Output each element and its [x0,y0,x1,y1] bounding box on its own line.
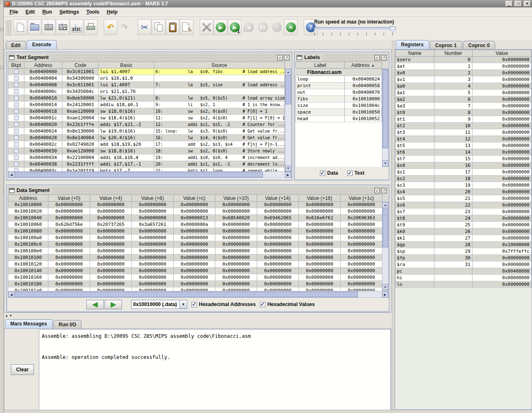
paste-button[interactable] [166,19,179,35]
run-button[interactable]: ▶ [214,19,227,35]
scroll-thumb[interactable] [285,76,291,104]
scroll-thumb[interactable] [382,70,388,148]
scroll-down-button[interactable]: ▼ [285,165,291,171]
horizontal-scrollbar[interactable]: ◀▶ [8,291,389,298]
breakpoint-checkbox[interactable] [14,69,19,74]
scroll-down-button[interactable]: ▼ [382,160,388,166]
vertical-splitter[interactable] [391,40,395,410]
tab-registers[interactable]: Registers [396,40,429,50]
label-row[interactable]: out0x00400070 [296,89,389,96]
hex-values-checkbox-box[interactable]: ✓ [260,302,265,307]
mars-app-icon [5,1,10,7]
hex-values-checkbox[interactable]: ✓Hexadecimal Values [260,301,315,307]
scroll-thumb[interactable] [15,172,263,178]
scroll-up-button[interactable]: ▲ [285,69,291,75]
frame-minimize-icon[interactable]: ↙ [375,55,380,60]
tab-execute[interactable]: Execute [27,40,57,50]
frame-minimize-icon[interactable]: ↙ [375,188,380,193]
tab-mars-messages[interactable]: Mars Messages [5,319,52,329]
previous-range-button[interactable]: ◀ [86,300,104,309]
restore-button[interactable]: ❐ [515,1,522,7]
menu-tools[interactable]: Tools [83,8,103,16]
scroll-right-button[interactable]: ▶ [285,172,291,178]
scroll-right-button[interactable]: ▶ [382,292,388,297]
tab-run-i-o[interactable]: Run I/O [53,320,82,329]
scroll-left-button[interactable]: ◀ [8,292,14,297]
hex-addresses-checkbox[interactable]: ✓Hexadecimal Addresses [191,301,256,307]
menu-edit[interactable]: Edit [22,8,38,16]
vertical-scrollbar[interactable]: ▲▼ [285,69,291,172]
breakpoint-checkbox[interactable] [14,162,19,166]
menu-file[interactable]: File [6,8,21,16]
breakpoint-checkbox[interactable] [14,122,19,127]
scroll-thumb[interactable] [382,208,388,247]
combo-dropdown-button[interactable]: ▼ [180,300,187,309]
minimize-button[interactable]: _ [506,1,513,7]
breakpoint-checkbox[interactable] [14,109,19,114]
reset-button[interactable]: « [284,19,298,35]
breakpoint-checkbox[interactable] [14,116,19,120]
horizontal-scrollbar[interactable]: ◀▶ [8,171,291,178]
filter-data-checkbox-box[interactable]: ✓ [320,171,325,176]
breakpoint-checkbox[interactable] [14,89,19,94]
next-range-button[interactable]: ▶ [105,300,122,309]
copy-button[interactable] [152,19,165,35]
dump-memory-button[interactable]: ↓0101 [70,19,83,35]
breakpoint-checkbox[interactable] [14,129,19,133]
print-button[interactable] [84,19,98,35]
close-button[interactable]: × [524,1,531,7]
breakpoint-checkbox[interactable] [14,102,19,107]
label-row[interactable]: loop0x00400024 [296,76,389,83]
file-group-row[interactable]: Fibonacci.asm [296,69,382,76]
label-row[interactable]: print0x00400058 [296,83,389,89]
scroll-thumb[interactable] [15,292,358,297]
frame-maximize-icon[interactable]: ↗ [284,55,289,60]
messages-text-area[interactable]: Assemble: assembling D:\2009S CSC 285\MI… [39,329,391,411]
step-button[interactable]: ▶1 [228,19,241,35]
label-row[interactable]: space0x10010050 [296,109,389,116]
label-row[interactable]: fibs0x10010000 [296,96,389,102]
breakpoint-checkbox[interactable] [14,149,19,153]
scroll-up-button[interactable]: ▲ [382,202,388,208]
save-button[interactable]: ↓ [42,19,55,35]
breakpoint-checkbox[interactable] [14,96,19,100]
horizontal-splitter[interactable]: ▲▼ [5,314,13,318]
menu-settings[interactable]: Settings [56,8,82,16]
vertical-scrollbar[interactable]: ▲▼ [382,202,389,291]
label-row[interactable]: head0x10010052 [296,116,389,122]
clear-button[interactable]: Clear [11,364,34,375]
frame-minimize-icon[interactable]: ↙ [277,55,283,60]
open-button[interactable] [28,19,41,35]
filter-data-checkbox[interactable]: ✓Data [320,170,338,176]
tab-coproc-0[interactable]: Coproc 0 [463,41,495,50]
assemble-button[interactable] [200,19,213,35]
frame-maximize-icon[interactable]: ↗ [381,188,386,193]
tab-edit[interactable]: Edit [6,41,26,50]
save-as-button[interactable]: ↓ [56,19,69,35]
hex-addresses-checkbox-box[interactable]: ✓ [191,302,197,307]
scroll-left-button[interactable]: ◀ [8,172,14,178]
breakpoint-checkbox[interactable] [14,135,19,140]
run-speed-slider-thumb[interactable] [390,26,396,33]
undo-button[interactable]: ↶ [104,19,117,35]
breakpoint-checkbox[interactable] [14,83,19,87]
toolbar-drag-handle[interactable] [6,20,12,36]
menu-help[interactable]: Help [103,8,121,16]
tab-coproc-1[interactable]: Coproc 1 [430,41,462,50]
filter-text-checkbox-box[interactable]: ✓ [347,171,353,176]
label-row[interactable]: size0x1001004c [296,102,389,109]
new-button[interactable] [14,19,27,35]
frame-maximize-icon[interactable]: ↗ [381,55,386,60]
breakpoint-checkbox[interactable] [14,155,19,160]
breakpoint-checkbox[interactable] [14,142,19,147]
find-replace-button[interactable]: ✎ [180,19,193,35]
breakpoint-checkbox[interactable] [14,76,19,81]
sort-ascending-icon[interactable]: ▲ [371,63,375,67]
menu-run[interactable]: Run [39,8,55,16]
run-speed-slider[interactable] [314,27,395,30]
filter-text-checkbox[interactable]: ✓Text [347,170,365,176]
base-address-combo[interactable]: 0x10010000 (.data)▼ [131,300,187,309]
cut-button[interactable]: ✂ [138,19,151,35]
scroll-down-button[interactable]: ▼ [382,284,388,290]
vertical-scrollbar[interactable]: ▲▼ [382,69,389,167]
